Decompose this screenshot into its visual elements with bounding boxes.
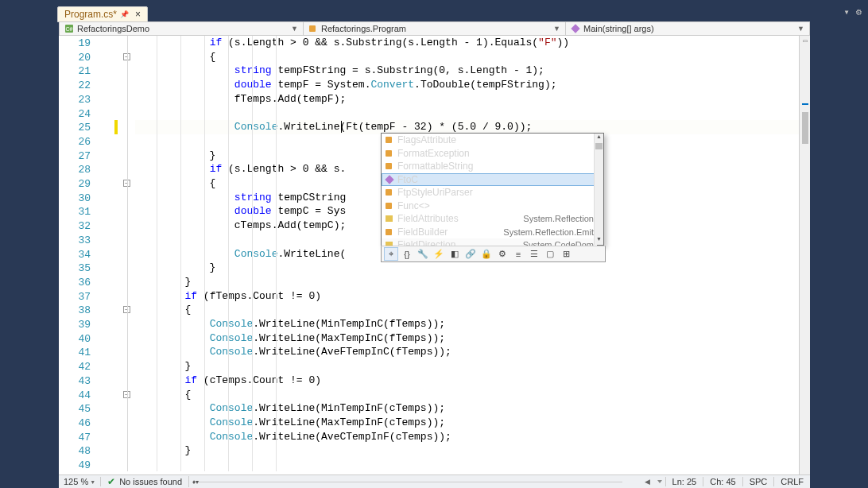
error-scrollbar[interactable]: [192, 482, 622, 482]
line-number: 42: [62, 361, 91, 373]
code-line[interactable]: if (cTemps.Count != 0): [135, 374, 799, 388]
code-line[interactable]: Console.WriteLine(MaxTempInC(fTemps));: [135, 331, 799, 346]
line-number: 20: [62, 52, 91, 64]
issue-dropdown-icon[interactable]: [657, 480, 662, 483]
zoom-level[interactable]: 125 % ▼: [59, 477, 101, 486]
completion-namespace: System.Reflection: [523, 214, 594, 223]
status-line: Ln: 25: [665, 477, 703, 486]
code-line[interactable]: {: [135, 50, 799, 64]
code-line[interactable]: double tempF = System.Convert.ToDouble(t…: [135, 78, 799, 92]
line-number: 41: [62, 347, 91, 358]
svg-rect-4: [386, 137, 392, 143]
completion-item[interactable]: FormatException: [382, 147, 597, 161]
class-icon: [385, 227, 394, 237]
filter-gear-icon[interactable]: ⚙: [495, 247, 510, 261]
chevron-down-icon[interactable]: ▼: [797, 25, 804, 33]
change-marker: [114, 120, 118, 134]
indent-guide: [228, 36, 229, 471]
filter-link-icon[interactable]: 🔗: [463, 247, 478, 261]
code-line[interactable]: }: [135, 261, 799, 275]
completion-filter-toolbar: ⌖{}🔧⚡◧🔗🔒⚙≡☰▢⊞: [381, 246, 606, 262]
code-line[interactable]: {: [135, 388, 799, 402]
code-line[interactable]: [135, 458, 799, 472]
filter-lines-icon[interactable]: ☰: [527, 247, 541, 261]
code-line[interactable]: {: [135, 303, 799, 317]
pin-icon[interactable]: 📌: [120, 10, 129, 18]
filter-braces-icon[interactable]: {}: [400, 247, 414, 261]
completion-item[interactable]: FlagsAttribute: [382, 134, 597, 147]
indent-guide: [252, 36, 253, 471]
code-editor[interactable]: 1920212223242526272829303132333435363738…: [59, 36, 810, 474]
line-number: 29: [62, 178, 91, 190]
code-line[interactable]: }: [135, 275, 799, 289]
filter-box-icon[interactable]: ▢: [543, 247, 557, 261]
completion-item[interactable]: FtpStyleUriParser: [382, 186, 597, 199]
completion-label: FtpStyleUriParser: [397, 187, 473, 198]
tab-label: Program.cs*: [64, 9, 117, 20]
status-line-endings[interactable]: CRLF: [773, 477, 810, 486]
issues-indicator[interactable]: ✔ No issues found: [101, 476, 189, 487]
code-line[interactable]: Console.WriteLine(AveFTempInC(fTemps));: [135, 345, 799, 359]
code-line[interactable]: Console.WriteLine(MinTempInF(cTemps));: [135, 401, 799, 416]
settings-gear-icon[interactable]: ⚙: [856, 6, 862, 18]
filter-lock-icon[interactable]: 🔒: [479, 247, 494, 261]
filter-grid-icon[interactable]: ⊞: [559, 247, 573, 261]
window-dropdown-icon[interactable]: ▾: [844, 6, 850, 18]
svg-rect-11: [386, 229, 392, 235]
code-line[interactable]: fTemps.Add(tempF);: [135, 92, 799, 107]
filter-list-icon[interactable]: ≡: [511, 247, 525, 261]
split-icon[interactable]: ▭: [801, 37, 809, 45]
svg-rect-2: [309, 25, 316, 32]
code-line[interactable]: if (fTemps.Count != 0): [135, 289, 799, 304]
chevron-down-icon[interactable]: ▼: [291, 25, 298, 33]
line-number: 21: [62, 65, 91, 77]
filter-event-icon[interactable]: ⚡: [432, 247, 446, 261]
code-line[interactable]: Console.WriteLine(MaxTempInF(cTemps));: [135, 416, 799, 430]
code-line[interactable]: Console.WriteLine(MinTempInC(fTemps));: [135, 317, 799, 331]
completion-item[interactable]: Func<>: [382, 199, 597, 213]
breadcrumb-class-text: Refactorings.Program: [321, 24, 406, 33]
completion-item[interactable]: FieldAttributesSystem.Reflection: [382, 212, 597, 226]
intellisense-popup[interactable]: FlagsAttributeFormatExceptionFormattable…: [381, 133, 604, 246]
code-line[interactable]: Console.WriteLine(AveCTempInF(cTemps));: [135, 430, 799, 444]
completion-item[interactable]: FtoC: [382, 173, 597, 187]
line-number: 36: [62, 277, 91, 289]
breadcrumb-method[interactable]: Main(string[] args) ▼: [566, 22, 809, 35]
csharp-project-icon: C#: [64, 24, 74, 33]
line-number: 43: [62, 375, 91, 387]
line-number: 48: [62, 445, 91, 457]
breadcrumb-method-text: Main(string[] args): [583, 24, 654, 33]
code-line[interactable]: }: [135, 443, 799, 458]
code-line[interactable]: string tempFString = s.Substring(0, s.Le…: [135, 64, 799, 78]
line-number: 27: [62, 150, 91, 162]
class-icon: [385, 135, 394, 145]
status-column: Ch: 45: [703, 477, 742, 486]
chevron-down-icon[interactable]: ▼: [90, 479, 95, 485]
svg-rect-6: [386, 163, 392, 169]
completion-scrollbar[interactable]: ▲▼: [594, 134, 603, 245]
completion-item[interactable]: FormattableString: [382, 160, 597, 173]
status-bar: 125 % ▼ ✔ No issues found ♦▾ ◀ Ln: 25 Ch…: [59, 474, 810, 488]
breadcrumb-namespace[interactable]: C# RefactoringsDemo ▼: [60, 22, 304, 35]
overview-ruler[interactable]: ▭: [799, 36, 810, 474]
breadcrumb-class[interactable]: Refactorings.Program ▼: [304, 22, 566, 35]
completion-namespace: System.Reflection.Emit: [503, 227, 594, 237]
status-indent[interactable]: SPC: [742, 477, 774, 486]
line-number: 23: [62, 94, 91, 106]
code-line[interactable]: }: [135, 359, 799, 374]
svg-rect-10: [386, 215, 393, 222]
filter-target-icon[interactable]: ⌖: [384, 247, 398, 261]
indent-guide: [276, 36, 277, 471]
filter-method-cube-icon[interactable]: ◧: [448, 247, 462, 261]
close-icon[interactable]: ×: [135, 9, 141, 20]
class-icon: [385, 201, 394, 211]
tab-program-cs[interactable]: Program.cs* 📌 ×: [57, 6, 148, 22]
line-number: 46: [62, 417, 91, 429]
issues-text: No issues found: [119, 477, 182, 486]
filter-wrench-icon[interactable]: 🔧: [416, 247, 430, 261]
code-line[interactable]: [135, 107, 799, 121]
chevron-down-icon[interactable]: ▼: [553, 25, 560, 33]
completion-item[interactable]: FieldBuilderSystem.Reflection.Emit: [382, 226, 597, 239]
prev-issue-icon[interactable]: ◀: [641, 478, 654, 486]
code-line[interactable]: if (s.Length > 0 && s.Substring(s.Length…: [135, 36, 799, 50]
